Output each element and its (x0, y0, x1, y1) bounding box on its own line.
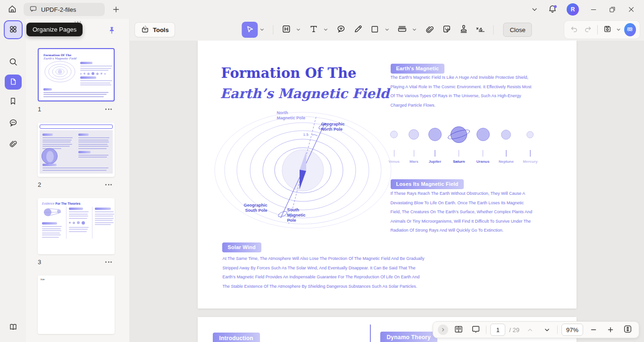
thumbnail-page-4[interactable]: true (38, 275, 115, 334)
attachment-tool[interactable] (421, 22, 437, 38)
notification-dot (554, 5, 557, 8)
pdf-page-1[interactable]: Formation Of The Earth’s Magnetic Field (198, 41, 577, 309)
planet-uranus: Uranus (477, 125, 490, 164)
thumb2-more-button[interactable] (103, 182, 114, 187)
reader-mode-button[interactable] (4, 318, 23, 336)
select-tool-chevron[interactable] (259, 22, 265, 38)
geographic-south-pole-label: GeographicSouth Pole (239, 203, 268, 213)
shape-tool[interactable] (367, 22, 383, 38)
search-icon (8, 57, 18, 68)
sticker-tool[interactable] (438, 22, 454, 38)
two-page-view-button[interactable] (452, 323, 465, 336)
comments-button[interactable] (4, 114, 23, 132)
presentation-icon (471, 324, 481, 335)
thumbnail-item-4: true (38, 275, 115, 334)
edit-tool[interactable] (278, 22, 294, 38)
home-button[interactable] (5, 2, 20, 17)
stamp-tool[interactable] (455, 22, 471, 38)
search-button[interactable] (4, 53, 23, 71)
planet-mercury: Mercury (523, 125, 537, 164)
thumb3-number: 3 (38, 259, 41, 266)
axis-angle-label: 1.5 (303, 133, 309, 137)
text-tool[interactable] (305, 22, 321, 38)
planet-jupiter: Jupiter (428, 125, 442, 164)
pin-icon (108, 29, 116, 36)
fit-page-button[interactable] (621, 323, 634, 336)
thumbnail-item-1: Formation Of The Earth's Magnetic Field (38, 48, 115, 113)
thumb1-text-block (80, 60, 112, 87)
ai-icon (626, 25, 634, 35)
thumb3-col2 (66, 207, 89, 239)
thumb1-number: 1 (38, 106, 41, 113)
bookmarks-button[interactable] (4, 93, 23, 111)
minimize-button[interactable] (585, 2, 602, 17)
titlebar: UPDF-2-files R (0, 0, 644, 19)
document-viewport[interactable]: Formation Of The Earth’s Magnetic Field (130, 41, 644, 342)
sticker-smiley-icon (442, 24, 452, 35)
save-button[interactable] (602, 23, 613, 36)
next-page-button[interactable] (540, 323, 553, 336)
thumb1-title2: Earth's Magnetic Field (43, 57, 110, 60)
presentation-button[interactable] (469, 323, 482, 336)
bookmark-icon (8, 97, 17, 107)
page-number-input[interactable]: 1 (490, 324, 505, 336)
tools-button[interactable]: Tools (134, 22, 175, 37)
thumb2-number: 2 (38, 181, 41, 188)
north-magnetic-pole-label: NorthMagnetic Pole (277, 110, 306, 121)
organize-pages-tooltip: Organize Pages (26, 23, 83, 36)
undo-icon (570, 25, 578, 35)
ai-assistant-button[interactable] (624, 23, 636, 36)
edit-tool-chevron[interactable] (295, 22, 301, 38)
tools-icon (141, 25, 150, 35)
thumbnails-button[interactable] (5, 75, 22, 90)
comment-tool[interactable] (333, 22, 349, 38)
thumb3-col3 (92, 207, 114, 239)
thumbnail-page-1[interactable]: Formation Of The Earth's Magnetic Field (38, 48, 115, 101)
dropdown-chevron-button[interactable] (527, 2, 542, 17)
thumbnails-panel: Formation Of The Earth's Magnetic Field (26, 19, 130, 342)
page-total-label: / 29 (509, 326, 519, 334)
zoom-input[interactable]: 97% (561, 324, 583, 336)
introduction-badge: Introduction (213, 333, 260, 342)
undo-button[interactable] (568, 23, 580, 36)
text-tool-chevron[interactable] (322, 22, 329, 38)
avatar[interactable]: R (567, 3, 579, 16)
measure-tool-chevron[interactable] (411, 22, 418, 38)
thumb3-more-button[interactable] (103, 259, 114, 265)
measure-tool[interactable] (394, 22, 410, 38)
comment-icon (8, 118, 18, 129)
zoom-out-button[interactable] (587, 323, 600, 336)
zoom-in-button[interactable] (604, 323, 617, 336)
toolbar-actions (564, 20, 640, 39)
workspace: Tools (130, 19, 644, 342)
shape-tool-chevron[interactable] (384, 22, 390, 38)
ruler-icon (397, 24, 407, 36)
thumbnail-page-3[interactable]: Evidence For The Theories (38, 198, 115, 254)
pin-panel-button[interactable] (106, 25, 118, 37)
redo-button[interactable] (582, 23, 594, 36)
highlighter-tool[interactable] (350, 22, 366, 38)
fit-page-icon (623, 324, 633, 335)
signature-tool[interactable] (472, 22, 488, 38)
loses-field-paragraph: If These Rays Reach The Earth Without Ob… (391, 189, 533, 235)
organize-pages-button[interactable] (4, 20, 23, 39)
close-mode-button[interactable]: Close (503, 23, 532, 37)
save-chevron[interactable] (615, 22, 621, 38)
stamp-icon (459, 24, 468, 35)
thumb1-more-button[interactable] (103, 107, 114, 112)
restore-button[interactable] (604, 2, 620, 17)
thumb3-col1 (42, 207, 63, 239)
avatar-initial: R (571, 6, 575, 13)
select-tool[interactable] (242, 22, 258, 38)
collapse-statusbar-button[interactable] (438, 325, 448, 335)
notifications-button[interactable] (545, 2, 560, 17)
previous-page-button[interactable] (523, 323, 536, 336)
dynamo-theory-badge: Dynamo Theory (380, 332, 437, 342)
thumb1-title: Formation Of The (43, 53, 110, 57)
new-tab-button[interactable] (109, 2, 124, 17)
close-window-button[interactable] (623, 2, 639, 17)
thumbnail-page-2[interactable] (38, 123, 115, 177)
attachments-button[interactable] (4, 135, 23, 153)
document-tab[interactable]: UPDF-2-files (24, 3, 105, 16)
thumbnail-item-2: 2 (38, 123, 115, 188)
